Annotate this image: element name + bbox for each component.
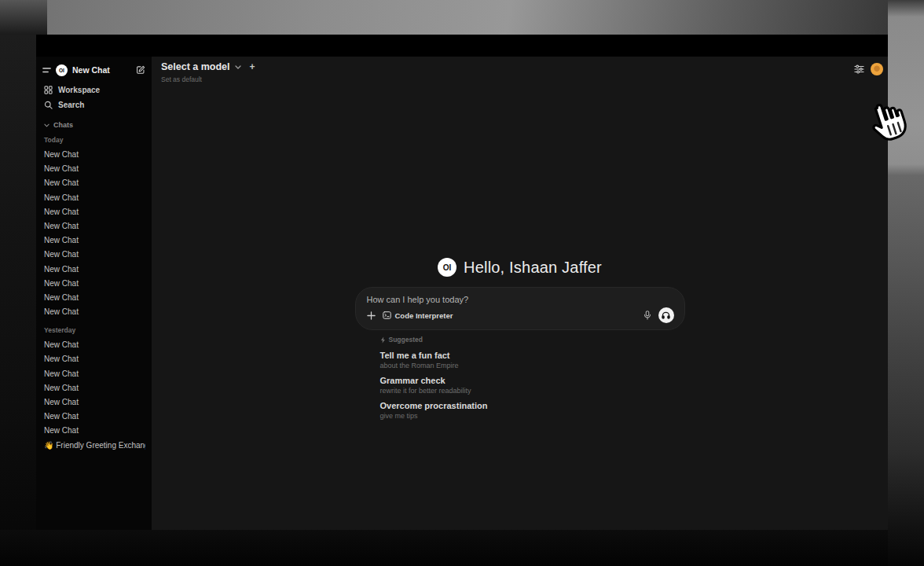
chat-list-item[interactable]: New Chat (42, 277, 145, 291)
suggested-prompt-title: Overcome procrastination (380, 401, 685, 410)
suggested-section: Suggested Tell me a fun fact about the R… (355, 336, 685, 420)
chats-section-label: Chats (53, 121, 73, 129)
chat-list-item-named[interactable]: 👋 Friendly Greeting Exchange (42, 439, 145, 453)
chat-group-label-yesterday: Yesterday (42, 326, 145, 335)
search-label: Search (58, 101, 84, 109)
search-icon (44, 101, 53, 109)
greeting-logo: OI (438, 258, 456, 277)
sidebar-toggle-icon[interactable] (42, 67, 51, 74)
chat-list-item[interactable]: New Chat (42, 352, 145, 366)
bolt-icon (380, 336, 386, 344)
suggested-prompt[interactable]: Grammar check rewrite it for better read… (380, 376, 685, 395)
chat-input-box[interactable]: How can I help you today? Code Interpret… (355, 287, 685, 330)
chat-input-placeholder: How can I help you today? (367, 295, 674, 304)
chat-list-item[interactable]: New Chat (42, 263, 145, 277)
chat-group-label-today: Today (42, 136, 145, 145)
suggested-list: Tell me a fun fact about the Roman Empir… (380, 351, 685, 420)
attach-plus-icon[interactable] (367, 311, 376, 320)
app-window: OI New Chat Workspace Search (36, 35, 888, 530)
sidebar-title: New Chat (72, 65, 131, 75)
app-logo: OI (56, 64, 68, 76)
suggested-label: Suggested (389, 336, 423, 344)
chat-list-item[interactable]: New Chat (42, 162, 145, 176)
controls-sliders-icon[interactable] (854, 64, 864, 74)
code-interpreter-label: Code Interpreter (395, 311, 453, 320)
chat-list-item[interactable]: New Chat (42, 219, 145, 233)
chat-list-yesterday: New ChatNew ChatNew ChatNew ChatNew Chat… (42, 338, 145, 438)
greeting: OI Hello, Ishaan Jaffer (355, 258, 685, 277)
chat-list-item[interactable]: New Chat (42, 338, 145, 352)
chat-list-item[interactable]: New Chat (42, 233, 145, 248)
chevron-down-icon (235, 65, 241, 69)
desktop-background-top-dark (0, 0, 47, 35)
workspace-label: Workspace (58, 86, 100, 94)
chat-list-item[interactable]: New Chat (42, 424, 145, 438)
headphones-icon (662, 311, 670, 319)
chat-list-item[interactable]: New Chat (42, 395, 145, 410)
suggested-prompt-subtitle: rewrite it for better readability (380, 387, 685, 395)
suggested-prompt-title: Grammar check (380, 376, 685, 385)
terminal-icon (383, 311, 391, 319)
desktop-background-left (0, 35, 36, 566)
chat-list-item[interactable]: New Chat (42, 191, 145, 205)
suggested-prompt[interactable]: Tell me a fun fact about the Roman Empir… (380, 351, 685, 369)
microphone-icon[interactable] (644, 311, 651, 320)
chat-list-item[interactable]: New Chat (42, 248, 145, 262)
main-area: Select a model + Set as default (152, 57, 888, 530)
set-as-default-button[interactable]: Set as default (161, 75, 255, 83)
desktop-background-bottom (0, 530, 888, 566)
welcome-section: OI Hello, Ishaan Jaffer How can I help y… (355, 258, 685, 426)
sidebar: OI New Chat Workspace Search (36, 57, 152, 530)
chat-list-item[interactable]: New Chat (42, 381, 145, 395)
suggested-header: Suggested (380, 336, 685, 344)
chat-list-item[interactable]: New Chat (42, 176, 145, 190)
main-header: Select a model + Set as default (161, 61, 883, 83)
suggested-prompt-subtitle: give me tips (380, 412, 685, 420)
chevron-down-icon (44, 123, 50, 127)
greeting-text: Hello, Ishaan Jaffer (464, 259, 602, 277)
chat-list-item[interactable]: New Chat (42, 367, 145, 381)
chat-list-item[interactable]: New Chat (42, 205, 145, 219)
new-chat-icon[interactable] (136, 65, 145, 75)
chat-list-item[interactable]: New Chat (42, 305, 145, 319)
chats-section-toggle[interactable]: Chats (42, 119, 145, 130)
model-selector[interactable]: Select a model + (161, 61, 255, 72)
suggested-prompt-subtitle: about the Roman Empire (380, 362, 685, 369)
desktop-background-top (0, 0, 924, 35)
model-selector-label: Select a model (161, 61, 230, 72)
desktop-background-right (888, 0, 924, 566)
chat-list-item[interactable]: New Chat (42, 148, 145, 162)
code-interpreter-toggle[interactable]: Code Interpreter (383, 311, 453, 320)
suggested-prompt-title: Tell me a fun fact (380, 351, 685, 360)
add-model-button[interactable]: + (250, 61, 255, 72)
chat-list-item[interactable]: New Chat (42, 291, 145, 305)
voice-call-button[interactable] (658, 307, 674, 323)
chat-list-today: New ChatNew ChatNew ChatNew ChatNew Chat… (42, 148, 145, 319)
sidebar-item-search[interactable]: Search (42, 97, 145, 112)
sidebar-header: OI New Chat (42, 61, 145, 79)
app-top-strip (36, 35, 888, 57)
suggested-prompt[interactable]: Overcome procrastination give me tips (380, 401, 685, 420)
workspace-icon (44, 86, 53, 94)
sidebar-item-workspace[interactable]: Workspace (42, 83, 145, 97)
chat-list-item[interactable]: New Chat (42, 410, 145, 424)
user-avatar[interactable] (871, 63, 883, 75)
